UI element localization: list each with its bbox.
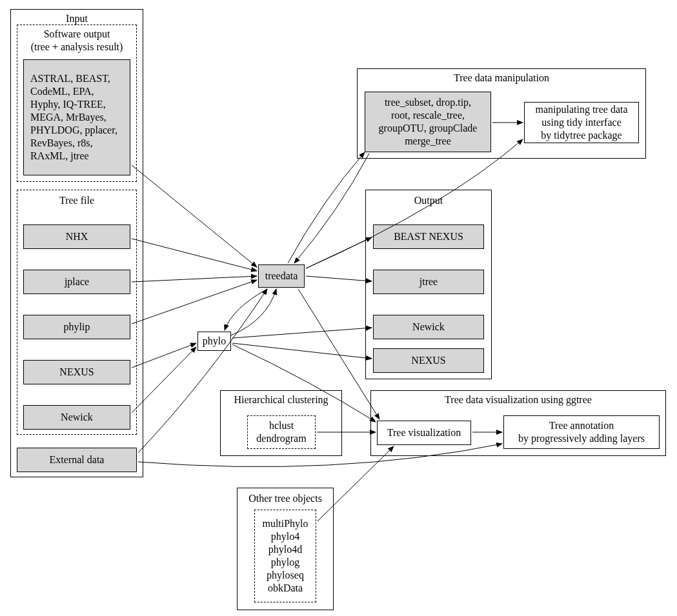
tree-file-item-nexus: NEXUS xyxy=(23,360,130,384)
tree-file-item-phylip: phylip xyxy=(23,315,130,339)
output-panel-title: Output xyxy=(414,194,443,207)
manipulation-tidy-box: manipulating tree data using tidy interf… xyxy=(524,102,639,143)
diagram-canvas: Input Software output (tree + analysis r… xyxy=(0,0,677,616)
other-objects-content-box: multiPhylo phylo4 phylo4d phylog phylose… xyxy=(254,510,316,602)
tree-file-item-jplace: jplace xyxy=(23,270,130,294)
software-output-title: Software output (tree + analysis result) xyxy=(31,28,123,54)
software-output-content: ASTRAL, BEAST, CodeML, EPA, Hyphy, IQ-TR… xyxy=(23,59,130,175)
hclust-panel-title: Hierarchical clustering xyxy=(234,393,328,406)
tree-file-item-newick: Newick xyxy=(23,405,130,430)
tree-file-item-nhx: NHX xyxy=(23,224,130,249)
tree-file-title: Tree file xyxy=(59,194,94,207)
hclust-content-box: hclust dendrogram xyxy=(247,415,316,449)
viz-panel-title: Tree data visualization using ggtree xyxy=(445,393,592,406)
tree-visualization-box: Tree visualization xyxy=(377,421,471,445)
tree-annotation-box: Tree annotation by progressively adding … xyxy=(503,415,660,449)
output-item-beast: BEAST NEXUS xyxy=(373,224,484,249)
output-item-newick: Newick xyxy=(373,315,484,339)
output-item-jtree: jtree xyxy=(373,270,484,294)
external-data-box: External data xyxy=(17,448,137,472)
manipulation-functions-box: tree_subset, drop.tip, root, rescale_tre… xyxy=(365,92,491,152)
treedata-node: treedata xyxy=(258,264,305,288)
input-panel-title: Input xyxy=(66,12,88,25)
manipulation-panel-title: Tree data manipulation xyxy=(454,72,549,84)
other-objects-panel-title: Other tree objects xyxy=(248,492,322,505)
output-item-nexus: NEXUS xyxy=(373,348,484,373)
phylo-node: phylo xyxy=(197,332,231,351)
